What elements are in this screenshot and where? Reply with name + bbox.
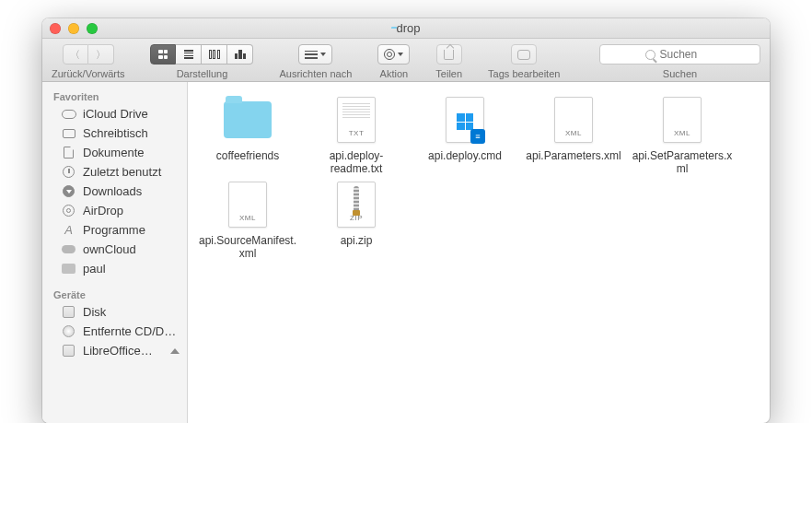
clock-icon <box>61 166 76 179</box>
caret-down-icon <box>398 53 403 56</box>
nav-group: 〈 〉 Zurück/Vorwärts <box>52 44 124 79</box>
sidebar-item-documents[interactable]: Dokumente <box>42 143 187 162</box>
sidebar-item-label: Disk <box>83 305 106 319</box>
back-button[interactable]: 〈 <box>63 44 88 65</box>
search-label: Suchen <box>663 68 697 79</box>
grid-icon <box>158 50 168 59</box>
disk-icon <box>61 306 76 319</box>
cd-icon <box>61 325 76 338</box>
file-item-xml[interactable]: XML api.SetParameters.xml <box>632 95 733 176</box>
sidebar-item-label: paul <box>83 262 106 276</box>
search-input[interactable] <box>660 48 715 61</box>
window-title: drop <box>396 21 420 35</box>
sidebar-item-label: ownCloud <box>83 242 136 256</box>
share-icon <box>444 50 454 60</box>
file-item-zip[interactable]: ZIP api.zip <box>306 180 407 261</box>
arrange-icon <box>305 51 318 59</box>
search-icon <box>645 50 655 60</box>
arrange-button[interactable] <box>298 44 332 65</box>
xml-file-icon: XML <box>549 95 598 145</box>
arrange-label: Ausrichten nach <box>279 68 352 79</box>
view-columns-button[interactable] <box>202 44 227 65</box>
file-label: api.deploy-readme.txt <box>306 149 407 176</box>
sidebar-item-owncloud[interactable]: ownCloud <box>42 240 187 259</box>
sidebar-section-devices: Geräte <box>42 286 187 302</box>
sidebar-item-disk[interactable]: Disk <box>42 302 187 322</box>
gear-icon <box>384 49 395 60</box>
owncloud-icon <box>61 243 76 256</box>
minimize-window-button[interactable] <box>68 23 79 34</box>
forward-button[interactable]: 〉 <box>88 44 114 65</box>
sidebar-section-favorites: Favoriten <box>42 88 187 104</box>
airdrop-icon <box>61 205 76 217</box>
view-label: Darstellung <box>177 68 228 79</box>
view-coverflow-button[interactable] <box>227 44 253 65</box>
eject-icon[interactable] <box>170 348 180 354</box>
close-window-button[interactable] <box>50 23 61 34</box>
action-group: Aktion <box>377 44 410 79</box>
action-label: Aktion <box>380 68 409 79</box>
download-icon <box>61 185 76 198</box>
zoom-window-button[interactable] <box>87 23 98 34</box>
file-item-folder[interactable]: coffeefriends <box>197 95 298 176</box>
sidebar-item-label: LibreOffice… <box>83 344 153 358</box>
caret-down-icon <box>320 53 326 56</box>
sidebar-item-downloads[interactable]: Downloads <box>42 182 187 201</box>
folder-icon <box>223 95 273 145</box>
tag-icon <box>517 50 530 60</box>
sidebar-item-label: iCloud Drive <box>83 107 148 121</box>
view-icon-button[interactable] <box>150 44 176 65</box>
sidebar-item-remote-disc[interactable]: Entfernte CD/D… <box>42 322 187 341</box>
file-label: api.SourceManifest.xml <box>197 234 298 261</box>
file-item-xml[interactable]: XML api.Parameters.xml <box>523 95 624 176</box>
titlebar: drop <box>42 18 770 39</box>
folder-icon <box>61 263 76 276</box>
arrange-group: Ausrichten nach <box>279 44 352 79</box>
file-browser[interactable]: coffeefriends TXT api.deploy-readme.txt … <box>188 82 770 423</box>
share-label: Teilen <box>435 68 462 79</box>
vscode-badge-icon: ≡ <box>470 129 485 144</box>
columns-icon <box>209 50 220 59</box>
search-field[interactable] <box>599 44 760 65</box>
file-label: api.Parameters.xml <box>526 149 621 162</box>
sidebar-item-label: Programme <box>83 223 145 237</box>
sidebar: Favoriten iCloud Drive Schreibtisch Doku… <box>42 82 188 423</box>
file-label: api.deploy.cmd <box>428 149 502 162</box>
cmd-file-icon: ≡ <box>440 95 490 145</box>
sidebar-item-label: Entfernte CD/D… <box>83 324 176 338</box>
tags-button[interactable] <box>511 44 537 65</box>
disk-icon <box>61 345 76 358</box>
window-body: Favoriten iCloud Drive Schreibtisch Doku… <box>42 82 770 423</box>
sidebar-item-icloud[interactable]: iCloud Drive <box>42 104 187 123</box>
sidebar-item-desktop[interactable]: Schreibtisch <box>42 123 187 143</box>
toolbar: 〈 〉 Zurück/Vorwärts Darstellung <box>42 39 770 82</box>
txt-file-icon: TXT <box>331 95 381 145</box>
sidebar-item-libreoffice[interactable]: LibreOffice… <box>42 341 187 360</box>
share-button[interactable] <box>436 44 462 65</box>
sidebar-item-home[interactable]: paul <box>42 259 187 278</box>
share-group: Teilen <box>435 44 462 79</box>
tags-label: Tags bearbeiten <box>488 68 560 79</box>
file-label: api.zip <box>341 234 373 247</box>
action-button[interactable] <box>377 44 410 65</box>
coverflow-icon <box>235 50 246 59</box>
sidebar-item-airdrop[interactable]: AirDrop <box>42 201 187 220</box>
xml-file-icon: XML <box>223 180 273 229</box>
sidebar-item-label: Dokumente <box>83 146 144 159</box>
cloud-icon <box>61 108 76 121</box>
sidebar-item-applications[interactable]: A Programme <box>42 220 187 240</box>
finder-window: drop 〈 〉 Zurück/Vorwärts <box>42 18 770 423</box>
file-label: api.SetParameters.xml <box>632 149 733 176</box>
nav-label: Zurück/Vorwärts <box>52 68 124 79</box>
tags-group: Tags bearbeiten <box>488 44 560 79</box>
sidebar-item-recents[interactable]: Zuletzt benutzt <box>42 162 187 182</box>
applications-icon: A <box>61 224 76 237</box>
document-icon <box>61 147 76 159</box>
view-group: Darstellung <box>150 44 253 79</box>
file-item-cmd[interactable]: ≡ api.deploy.cmd <box>414 95 516 176</box>
view-list-button[interactable] <box>176 44 202 65</box>
file-item-txt[interactable]: TXT api.deploy-readme.txt <box>306 95 407 176</box>
zip-file-icon: ZIP <box>331 180 381 229</box>
file-item-xml[interactable]: XML api.SourceManifest.xml <box>197 180 298 261</box>
xml-file-icon: XML <box>657 95 707 145</box>
